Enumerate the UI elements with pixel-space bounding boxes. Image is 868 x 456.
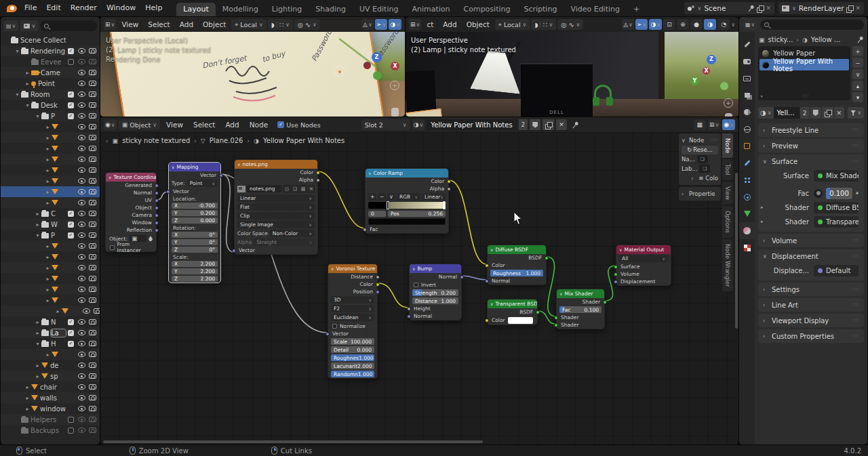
- camera-visibility-icon[interactable]: [89, 428, 96, 433]
- output-socket[interactable]: [447, 180, 451, 184]
- menu-edit[interactable]: Edit: [41, 0, 65, 16]
- outliner-row-chair[interactable]: ▸chair: [1, 381, 100, 392]
- camera-visibility-icon[interactable]: [89, 135, 96, 140]
- slider[interactable]: Fac0.100: [559, 306, 601, 313]
- viewport-menu-select[interactable]: Select: [144, 20, 174, 28]
- pin-icon[interactable]: [570, 120, 580, 130]
- panel-header[interactable]: ›Volume∷∷: [758, 234, 864, 247]
- zoom-icon[interactable]: +: [724, 98, 733, 108]
- checkbox-icon[interactable]: ✓: [68, 211, 74, 217]
- outliner-display-mode-button[interactable]: ▤∨: [3, 20, 18, 31]
- expand-icon[interactable]: ›: [691, 175, 696, 182]
- camera-visibility-icon[interactable]: [89, 102, 96, 108]
- node-link[interactable]: [462, 276, 487, 280]
- camera-visibility-icon[interactable]: [89, 319, 96, 325]
- outliner-row[interactable]: ▸: [1, 175, 100, 186]
- name-field[interactable]: ❏: [697, 155, 708, 163]
- camera-visibility-icon[interactable]: [89, 341, 96, 346]
- gizmo-button[interactable]: ➢∨: [375, 19, 387, 30]
- workspace-tab-animation[interactable]: Animation: [405, 3, 456, 16]
- eye-icon[interactable]: [78, 406, 85, 411]
- output-socket[interactable]: [155, 206, 159, 210]
- outliner-row-n[interactable]: ▸N✓: [1, 316, 100, 327]
- outliner-row-came[interactable]: ▸Came: [1, 67, 100, 78]
- checkbox-icon[interactable]: ✓: [68, 113, 74, 119]
- checkbox-icon[interactable]: ✓: [68, 102, 74, 108]
- outliner-row-eevee[interactable]: Eevee: [1, 56, 100, 67]
- menu-render[interactable]: Render: [66, 0, 102, 16]
- collapse-icon[interactable]: ∨: [412, 266, 415, 271]
- color-swatch[interactable]: [508, 317, 533, 324]
- material-name-field[interactable]: Yell...: [774, 107, 800, 119]
- expand-icon[interactable]: ▸: [24, 395, 31, 401]
- output-socket[interactable]: [545, 256, 549, 260]
- pin-icon[interactable]: [746, 3, 756, 14]
- viewport-menu-object[interactable]: Object: [199, 20, 230, 28]
- input-socket[interactable]: [407, 307, 411, 311]
- dropdown[interactable]: Non-Color∨: [270, 230, 315, 237]
- eye-icon[interactable]: [78, 287, 85, 292]
- view-layer-selector[interactable]: ∨ RenderLayer ✕: [778, 2, 864, 14]
- workspace-tab-lighting[interactable]: Lighting: [265, 3, 309, 16]
- transform-orientation-dropdown[interactable]: ⌖Local∨: [495, 19, 530, 30]
- expand-icon[interactable]: ▸: [24, 70, 31, 76]
- outliner-row[interactable]: ▸: [1, 273, 100, 284]
- node-link[interactable]: [547, 257, 556, 316]
- slider[interactable]: Detail0.000: [331, 346, 374, 353]
- node-mapping[interactable]: ∨MappingVectorType:Point∨VectorLocation:…: [168, 162, 221, 283]
- sidebar-tab-node-wrangler[interactable]: Node Wrangler: [722, 239, 733, 291]
- menu-window[interactable]: Window: [102, 0, 140, 16]
- shader-type-dropdown[interactable]: ▣Object∨: [119, 119, 160, 130]
- fac-slider[interactable]: 0.100: [826, 188, 852, 199]
- expand-icon[interactable]: ›: [763, 333, 768, 339]
- nav-gizmo-axis[interactable]: [363, 62, 371, 69]
- collapse-icon[interactable]: ▾: [24, 102, 31, 108]
- reset-button[interactable]: ↻Rese...: [682, 146, 718, 154]
- outliner-row-de[interactable]: ▸de: [1, 360, 100, 371]
- outliner-row[interactable]: ▸: [1, 306, 100, 316]
- expand-icon[interactable]: ▸: [34, 373, 41, 379]
- slider[interactable]: Scale100.000: [331, 338, 374, 345]
- node-header[interactable]: ∨Texture Coordinate: [106, 173, 156, 182]
- slider[interactable]: Lacunarit2.000: [331, 362, 374, 369]
- outliner-row[interactable]: ▸: [1, 186, 100, 197]
- use-nodes-toggle[interactable]: ✓Use Nodes: [274, 119, 324, 130]
- workspace-tab-layout[interactable]: Layout: [176, 3, 215, 16]
- dropdown[interactable]: Linear∨: [237, 194, 315, 202]
- expand-icon[interactable]: ▸: [34, 362, 41, 369]
- checkbox-icon[interactable]: [68, 59, 74, 65]
- snap-controls[interactable]: ◗ ∷ ∨: [268, 19, 293, 30]
- properties-tab-world[interactable]: [739, 121, 755, 138]
- node-diffuse-bsdf[interactable]: ∨Diffuse BSDFBSDFColorRoughness1.000Norm…: [487, 245, 547, 285]
- expand-icon[interactable]: ▸: [24, 406, 31, 412]
- camera-visibility-icon[interactable]: [89, 81, 96, 86]
- camera-visibility-icon[interactable]: [89, 48, 96, 54]
- expand-icon[interactable]: ▸: [761, 219, 767, 224]
- shader-menu-node[interactable]: Node: [245, 121, 272, 129]
- workspace-tab-shading[interactable]: Shading: [309, 3, 353, 16]
- camera-visibility-icon[interactable]: [89, 113, 96, 119]
- workspace-tab-video-editing[interactable]: Video Editing: [564, 3, 627, 16]
- camera-visibility-icon[interactable]: [89, 265, 96, 270]
- output-socket[interactable]: [460, 275, 464, 279]
- expand-icon[interactable]: ›: [763, 127, 768, 133]
- number-field[interactable]: Y0°: [172, 239, 218, 245]
- camera-visibility-icon[interactable]: [89, 157, 96, 162]
- number-field[interactable]: Y0.200: [172, 210, 218, 216]
- node-bump[interactable]: ∨BumpNormalInvertStrength0.200Distance1.…: [409, 264, 462, 320]
- outliner-row-scenecollection[interactable]: Scene Collection: [1, 35, 100, 45]
- output-socket[interactable]: [155, 221, 159, 225]
- outliner-row[interactable]: ▸: [1, 295, 100, 306]
- number-field[interactable]: Z0°: [172, 247, 218, 253]
- remove-slot-button[interactable]: −: [852, 58, 863, 68]
- dropdown[interactable]: Clip∨: [237, 212, 315, 220]
- expand-icon[interactable]: ›: [682, 191, 687, 197]
- expand-icon[interactable]: ▸: [44, 135, 52, 141]
- expand-icon[interactable]: ▸: [24, 81, 31, 87]
- snap-controls[interactable]: ◗ ∷ ∨: [531, 19, 556, 30]
- output-socket[interactable]: [155, 184, 159, 188]
- eye-icon[interactable]: [78, 146, 85, 151]
- property-dropdown[interactable]: Diffuse BSDF: [814, 202, 859, 213]
- add-slot-button[interactable]: +: [852, 46, 863, 56]
- number-field[interactable]: X-0.700: [172, 203, 218, 209]
